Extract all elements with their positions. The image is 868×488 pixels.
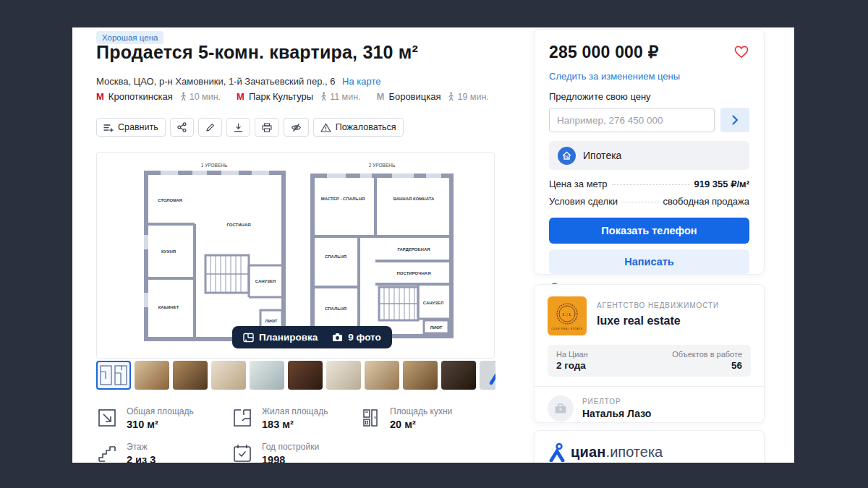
gallery-main-image[interactable]: 1 УРОВЕНЬ 2 УРОВЕНЬ	[96, 152, 495, 359]
floor-plan: 1 УРОВЕНЬ 2 УРОВЕНЬ	[97, 157, 494, 354]
edit-icon	[205, 123, 215, 132]
actions-toolbar: Сравнить Пожалов	[96, 118, 404, 137]
kitchen-icon	[359, 407, 381, 429]
svg-text:1 УРОВЕНЬ: 1 УРОВЕНЬ	[201, 163, 227, 168]
chevron-right-icon	[732, 115, 739, 125]
thumb-photo[interactable]	[326, 361, 361, 390]
thumb-more[interactable]	[480, 361, 495, 390]
divider	[535, 386, 764, 387]
thumb-photo[interactable]	[441, 361, 476, 390]
metro-icon: М	[96, 91, 104, 102]
area-expand-icon	[96, 407, 118, 429]
listing-main: Хорошая цена Продается 5-комн. квартира,…	[96, 27, 495, 463]
fact-kitchen-area: Площадь кухни20 м²	[359, 406, 452, 430]
submit-offer-button[interactable]	[720, 108, 749, 132]
svg-text:L | L: L | L	[562, 312, 571, 317]
thumb-photo[interactable]	[211, 361, 246, 390]
thumb-floorplan-selected[interactable]	[96, 361, 131, 390]
compare-button[interactable]: Сравнить	[96, 118, 166, 137]
walk-time: 11 мин.	[320, 92, 360, 102]
mini-floorplan-icon	[99, 364, 128, 386]
svg-text:2 УРОВЕНЬ: 2 УРОВЕНЬ	[369, 163, 395, 168]
thumb-photo[interactable]	[288, 361, 323, 390]
metro-station-link[interactable]: Боровицкая	[388, 91, 441, 102]
share-button[interactable]	[170, 118, 194, 137]
metro-icon: М	[237, 91, 244, 102]
propose-price-label: Предложите свою цену	[549, 91, 749, 102]
plan-tab[interactable]: Планировка	[243, 332, 318, 343]
walking-icon	[448, 92, 454, 101]
brand-arrow-icon	[489, 366, 495, 385]
realtor-link[interactable]: РИЕЛТОР Наталья Лазо	[548, 395, 751, 421]
thumb-photo[interactable]	[403, 361, 438, 390]
offer-card: 285 000 000 ₽ Следить за изменением цены…	[534, 29, 765, 275]
mortgage-label: Ипотека	[583, 150, 621, 161]
svg-text:LUXE REAL ESTATE: LUXE REAL ESTATE	[551, 328, 583, 330]
edit-button[interactable]	[198, 118, 222, 137]
hide-button[interactable]	[284, 118, 309, 137]
walk-time: 10 мин.	[180, 92, 221, 102]
share-icon	[177, 122, 187, 132]
svg-text:СПАЛЬНЯ: СПАЛЬНЯ	[325, 307, 346, 311]
compare-list-icon	[103, 123, 114, 132]
favorite-button[interactable]	[733, 44, 749, 61]
meta-row: Цена за метр 919 355 ₽/м²	[549, 179, 749, 189]
cian-mortgage-banner[interactable]: циан.ипотека	[549, 442, 749, 462]
dotted-leader	[622, 202, 658, 202]
fact-living-area: Жилая площадь183 м²	[231, 406, 359, 430]
thumb-photo[interactable]	[135, 361, 169, 390]
agency-link[interactable]: L | LLUXE REAL ESTATE АГЕНТСТВО НЕДВИЖИМ…	[548, 296, 751, 335]
gallery-overlay: Планировка 9 фото	[232, 326, 392, 348]
svg-text:КУХНЯ: КУХНЯ	[161, 249, 176, 254]
cian-logo-icon	[549, 442, 565, 462]
photos-tab[interactable]: 9 фото	[332, 332, 380, 343]
metro-station: М Парк Культуры 11 мин.	[237, 91, 361, 102]
svg-text:СПАЛЬНЯ: СПАЛЬНЯ	[325, 254, 346, 259]
hide-icon	[291, 123, 302, 132]
show-phone-button[interactable]: Показать телефон	[549, 218, 749, 244]
thumb-photo[interactable]	[250, 361, 284, 390]
metro-station-link[interactable]: Кропоткинская	[109, 91, 173, 102]
stairs-icon	[96, 442, 118, 463]
download-icon	[234, 123, 243, 132]
deal-meta: Цена за метр 919 355 ₽/м² Условия сделки…	[549, 179, 749, 207]
thumb-photo[interactable]	[173, 361, 208, 390]
gallery-thumbnails	[96, 361, 495, 391]
price-watch-link[interactable]: Следить за изменением цены	[549, 71, 749, 82]
svg-text:ЛИФТ: ЛИФТ	[265, 319, 277, 323]
svg-text:ГАРДЕРОБНАЯ: ГАРДЕРОБНАЯ	[397, 247, 430, 252]
heart-icon	[733, 44, 749, 59]
page-title: Продается 5-комн. квартира, 310 м²	[96, 42, 418, 63]
metro-station-link[interactable]: Парк Культуры	[249, 91, 313, 102]
metro-station: М Кропоткинская 10 мин.	[96, 91, 221, 102]
calendar-check-icon	[231, 442, 253, 463]
walking-icon	[320, 92, 327, 101]
agency-card: L | LLUXE REAL ESTATE АГЕНТСТВО НЕДВИЖИМ…	[534, 284, 765, 423]
svg-text:САНУЗЕЛ: САНУЗЕЛ	[255, 279, 276, 283]
mortgage-banner[interactable]: Ипотека	[549, 141, 749, 170]
map-link[interactable]: На карте	[342, 76, 380, 87]
agency-category: АГЕНТСТВО НЕДВИЖИМОСТИ	[597, 301, 719, 309]
price: 285 000 000 ₽	[549, 43, 659, 62]
complain-button[interactable]: Пожаловаться	[313, 118, 404, 137]
meta-row: Условия сделки свободная продажа	[549, 196, 749, 207]
realtor-name: Наталья Лазо	[582, 408, 651, 419]
fact-floor: Этаж2 из 3	[96, 442, 231, 463]
listing-page: Хорошая цена Продается 5-комн. квартира,…	[72, 27, 794, 463]
svg-text:КАБИНЕТ: КАБИНЕТ	[158, 305, 179, 309]
thumb-photo[interactable]	[365, 361, 399, 390]
address: Москва, ЦАО, р-н Хамовники, 1-й Зачатьев…	[96, 76, 335, 87]
svg-text:МАСТЕР - СПАЛЬНЯ: МАСТЕР - СПАЛЬНЯ	[321, 197, 365, 201]
print-button[interactable]	[255, 118, 279, 137]
download-button[interactable]	[226, 118, 250, 137]
write-message-button[interactable]: Написать	[549, 249, 749, 274]
agency-stats: На Циан 2 года Объектов в работе 56	[548, 345, 751, 377]
agency-logo: L | LLUXE REAL ESTATE	[548, 296, 587, 335]
metro-station: М Боровицкая 19 мин.	[377, 91, 489, 102]
svg-text:САНУЗЕЛ: САНУЗЕЛ	[423, 301, 444, 305]
fact-year-built: Год постройки1998	[231, 442, 359, 463]
svg-text:СТОЛОВАЯ: СТОЛОВАЯ	[158, 198, 182, 202]
property-facts: Общая площадь310 м² Жилая площадь183 м² …	[96, 406, 452, 463]
offer-price-input[interactable]	[549, 108, 715, 132]
svg-text:ГОСТИНАЯ: ГОСТИНАЯ	[226, 223, 250, 227]
